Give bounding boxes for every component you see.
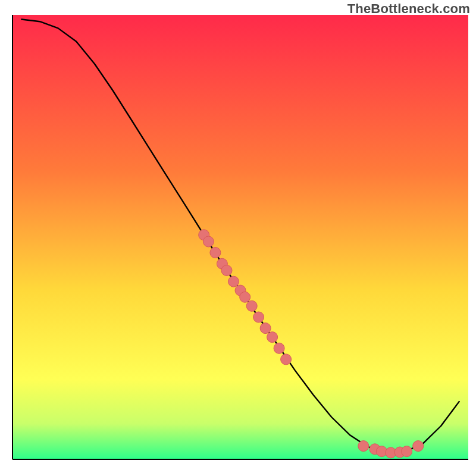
data-point (228, 276, 239, 287)
chart-svg (0, 0, 476, 476)
data-point (253, 312, 264, 322)
data-point (281, 354, 292, 365)
data-point (260, 323, 271, 334)
data-point (240, 292, 250, 302)
data-point (221, 265, 232, 276)
data-point (402, 446, 412, 457)
data-point (246, 300, 257, 311)
data-point (210, 248, 221, 258)
watermark-text: TheBottleneck.com (347, 1, 470, 17)
data-point (274, 343, 284, 353)
plot-background (12, 15, 468, 459)
data-point (358, 441, 369, 452)
data-point (267, 332, 278, 343)
chart-stage: TheBottleneck.com (0, 0, 476, 476)
data-point (413, 441, 424, 452)
data-point (203, 236, 214, 247)
